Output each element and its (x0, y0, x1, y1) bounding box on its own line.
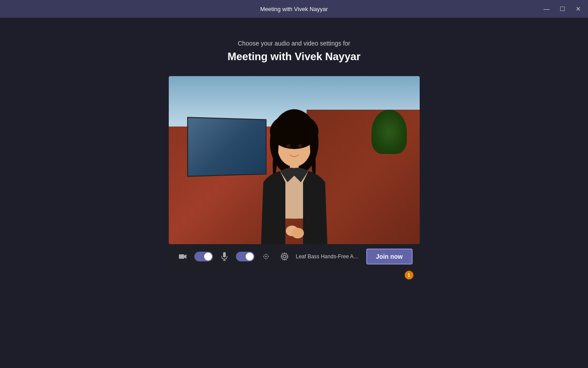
tree-layer (372, 110, 407, 154)
video-toggle[interactable] (194, 252, 213, 261)
meeting-title: Meeting with Vivek Nayyar (228, 50, 360, 63)
titlebar: Meeting with Vivek Nayyar — ☐ ✕ (0, 0, 588, 18)
settings-subtitle: Choose your audio and video settings for (238, 40, 350, 47)
microphone-icon (217, 249, 231, 264)
svg-point-15 (263, 256, 264, 257)
svg-point-4 (286, 144, 291, 148)
svg-point-13 (265, 254, 266, 255)
settings-icon[interactable] (277, 249, 292, 264)
titlebar-title: Meeting with Vivek Nayyar (260, 6, 328, 12)
svg-point-16 (267, 256, 268, 257)
svg-point-12 (265, 256, 266, 257)
svg-point-5 (298, 144, 302, 148)
person-figure (246, 94, 343, 244)
effects-icon[interactable] (259, 249, 273, 264)
svg-point-19 (264, 258, 265, 259)
svg-point-18 (267, 255, 268, 256)
microphone-toggle[interactable] (236, 252, 254, 261)
toggle-knob-mic (246, 253, 254, 261)
notification-badge: 1 (405, 271, 413, 280)
minimize-button[interactable]: — (542, 4, 551, 13)
close-button[interactable]: ✕ (574, 4, 583, 13)
titlebar-controls: — ☐ ✕ (542, 4, 583, 13)
toggle-knob-video (204, 253, 212, 261)
svg-point-17 (264, 255, 265, 256)
badge-row: 1 (169, 271, 420, 280)
controls-wrapper: Leaf Bass Hands-Free AG Au... Join now 1 (169, 244, 420, 280)
svg-point-20 (267, 258, 268, 259)
camera-icon (176, 249, 190, 264)
controls-bar: Leaf Bass Hands-Free AG Au... Join now (169, 244, 420, 269)
svg-point-21 (283, 255, 286, 258)
svg-point-7 (292, 228, 304, 238)
video-background (169, 76, 420, 244)
svg-point-2 (270, 114, 319, 149)
maximize-button[interactable]: ☐ (558, 4, 567, 13)
join-now-button[interactable]: Join now (366, 249, 413, 264)
device-label: Leaf Bass Hands-Free AG Au... (296, 253, 362, 260)
svg-rect-8 (179, 254, 184, 259)
video-preview (169, 76, 420, 244)
svg-point-14 (265, 258, 266, 259)
svg-rect-9 (223, 252, 226, 257)
main-content: Choose your audio and video settings for… (0, 18, 588, 368)
